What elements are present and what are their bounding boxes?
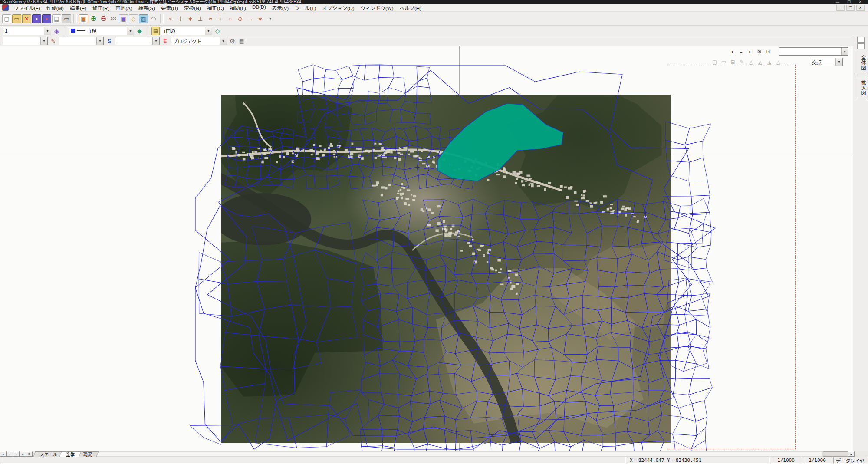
point-tangent-icon[interactable]: ≈ [206,14,215,23]
menu-item-5[interactable]: 標高(S) [135,4,158,12]
point-add-icon[interactable]: ＋ [176,14,185,23]
save-file-icon[interactable]: ▪ [32,14,41,23]
zoom-in-icon[interactable]: ⊕ [89,14,98,23]
layer-mode[interactable]: データレイヤ [833,457,867,464]
section-combo[interactable]: ▾ [59,37,104,45]
menu-item-11[interactable]: 表示(V) [269,4,292,12]
zoom-100-icon[interactable]: 100 [109,14,118,23]
print-icon[interactable]: ▭ [62,14,71,23]
layer-manager-icon[interactable]: ◈ [53,27,61,35]
last-sheet-button[interactable]: » [20,451,26,457]
chevron-down-icon[interactable]: ▾ [96,37,103,45]
rotate-view-icon[interactable]: ◠ [149,14,158,23]
project-save-icon[interactable]: ▦ [237,37,246,45]
child-restore-button[interactable]: ❐ [846,5,855,11]
menu-item-12[interactable]: ツール(T) [292,4,319,12]
horizontal-scrollbar-thumb[interactable] [823,451,848,457]
close-button[interactable]: ✕ [855,0,866,4]
display-settings-icon[interactable]: ⊡ [764,47,773,56]
horizontal-scrollbar-track[interactable] [95,451,823,457]
menu-item-9[interactable]: 補助(L) [227,4,249,12]
point-attribute-icon[interactable]: ✎ [49,37,57,45]
menu-item-6[interactable]: 要素(U) [158,4,181,12]
point-name-combo[interactable]: ▾ [3,37,48,45]
photo-detail-layer [154,76,692,446]
display-scale[interactable]: 1/1000 [771,457,801,464]
new-file-icon[interactable]: ▢ [2,14,11,23]
section-tool-icon[interactable]: S [105,37,113,45]
view-delete-icon[interactable]: ⊗ [755,47,763,56]
zoom-out-icon[interactable]: ⊖ [99,14,108,23]
menu-item-3[interactable]: 修正(R) [89,4,112,12]
minimize-button[interactable]: — [832,0,843,4]
child-close-button[interactable]: ✕ [856,5,865,11]
chevron-down-icon[interactable]: ▾ [205,27,212,35]
menu-item-0[interactable]: ファイル(F) [11,4,43,12]
menu-item-8[interactable]: 補正(C) [204,4,227,12]
menu-item-10[interactable]: DB(D) [249,4,269,12]
menu-item-15[interactable]: ヘルプ(H) [397,4,424,12]
page-setup-icon[interactable]: ▤ [52,14,61,23]
zoom-fit-icon[interactable]: ▣ [79,14,88,23]
elevation-combo[interactable]: ▾ [115,37,160,45]
chevron-down-icon[interactable]: ▾ [841,48,848,55]
chevron-down-icon[interactable]: ▾ [44,27,51,35]
region-style-icon[interactable]: ◇ [214,27,222,35]
node-circle-icon[interactable]: ○ [226,14,235,23]
chevron-down-icon[interactable]: ▾ [127,27,134,35]
menu-item-1[interactable]: 作成(M) [43,4,67,12]
annotation-combo[interactable]: 1円の▾ [161,27,212,35]
polygon-select-icon[interactable]: ◇ [129,14,138,23]
search-combo[interactable]: ▾ [779,47,848,56]
view-rotate-right-icon[interactable]: ◒ [737,47,745,56]
chevron-down-icon[interactable]: ▾ [40,37,47,45]
child-minimize-button[interactable]: — [836,5,845,11]
point-move-icon[interactable]: ∗ [186,14,195,23]
first-sheet-button[interactable]: « [0,451,7,457]
project-settings-icon[interactable]: ⚙ [228,37,237,45]
line-color-chip [71,29,75,33]
more-tools-icon[interactable]: ▾ [266,14,275,23]
node-target-icon[interactable]: ⊙ [236,14,245,23]
elevation-tool-icon[interactable]: E [161,37,169,45]
maximize-button[interactable]: ❐ [843,0,855,4]
prev-sheet-button[interactable]: ‹ [7,451,13,457]
print-scale[interactable]: 1/1000 [802,457,832,464]
pen-combo[interactable]: 1▾ [3,27,51,35]
point-perpendicular-icon[interactable]: ⊥ [196,14,205,23]
node-arrow-icon[interactable]: → [246,14,255,23]
point-delete-icon[interactable]: × [166,14,175,23]
magnifier-tab[interactable]: 拡大図 [855,77,866,99]
menu-item-7[interactable]: 変換(N) [181,4,204,12]
raster-image-icon[interactable]: ▨ [139,14,148,23]
overview-spinner[interactable] [857,37,865,43]
chevron-down-icon[interactable]: ▾ [152,37,159,45]
node-plus-icon[interactable]: ＋ [216,14,225,23]
scroll-right-arrow[interactable]: ▸ [848,451,855,457]
view-previous-icon[interactable]: ◐ [746,47,754,56]
annotation-style-icon[interactable]: ▤ [151,27,160,35]
snap-mode-combo[interactable]: 交点▾ [810,58,843,66]
next-sheet-button[interactable]: › [13,451,20,457]
close-file-icon[interactable]: ✕ [22,14,31,23]
map-canvas[interactable]: ◑◒◐⊗⊡▾ ▢▭⊞✎◬◭◮△交点▾ [0,46,853,452]
menu-item-4[interactable]: 画地(A) [112,4,135,12]
chevron-down-icon[interactable]: ▾ [835,58,842,66]
sheet-list-button[interactable]: ≡ [26,451,33,457]
chevron-down-icon[interactable]: ▾ [220,37,227,45]
overview-tab[interactable]: 全体図 [855,52,866,74]
magnifier-spinner[interactable] [857,43,865,49]
view-rotate-left-icon[interactable]: ◑ [728,47,736,56]
open-file-icon[interactable]: ▭ [12,14,21,23]
line-style-edit-icon[interactable]: ◆ [135,27,144,35]
menu-item-2[interactable]: 編集(E) [67,4,89,12]
menu-item-14[interactable]: ウィンドウ(W) [358,4,397,12]
erase-tool-icon: ✎ [738,58,746,66]
node-cross-icon[interactable]: ∗ [256,14,265,23]
save-as-file-icon[interactable]: ▪ [42,14,51,23]
line-type-combo[interactable]: 1現▾ [69,27,134,35]
project-combo[interactable]: プロジェクト▾ [171,37,227,45]
menu-item-13[interactable]: オプション(O) [319,4,357,12]
sheet-tab-1[interactable]: 全体 [59,451,82,457]
zoom-window-icon[interactable]: ▣ [119,14,128,23]
